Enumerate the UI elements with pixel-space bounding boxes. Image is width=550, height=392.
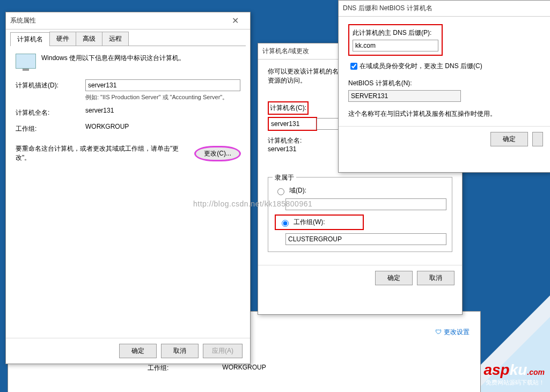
desc-label: 计算机描述(D): xyxy=(16,79,85,90)
aspku-logo-block: aspku.com 免费网站源码下载站！ xyxy=(483,361,545,387)
dns-suffix-dialog: DNS 后缀和 NetBIOS 计算机名 此计算机的主 DNS 后缀(P): 在… xyxy=(338,0,550,173)
change-settings-link[interactable]: 更改设置 xyxy=(444,328,470,336)
logo-k: ku xyxy=(510,361,527,378)
logo-sub: 免费网站源码下载站！ xyxy=(483,379,545,387)
fullname-label: 计算机全名: xyxy=(16,107,85,117)
netbios-label: NetBIOS 计算机名(N): xyxy=(348,79,541,88)
tab-hardware[interactable]: 硬件 xyxy=(49,32,76,46)
domain-label: 域(D): xyxy=(289,186,306,195)
tab-advanced[interactable]: 高级 xyxy=(76,32,102,46)
apply-button: 应用(A) xyxy=(203,344,243,358)
ok-button[interactable]: 确定 xyxy=(490,132,528,146)
watermark-text: http://blog.csdn.net/kk185800961 xyxy=(193,199,312,208)
netbios-input xyxy=(348,90,461,102)
workgroup-value: WORKGROUP xyxy=(85,123,240,130)
change-suffix-checkbox[interactable] xyxy=(350,63,357,70)
logo-a: asp xyxy=(483,361,509,378)
computer-description-input[interactable] xyxy=(85,79,240,91)
workgroup-radio-label: 工作组(W): xyxy=(294,218,325,227)
change-button[interactable]: 更改(C)... xyxy=(195,146,240,161)
rename-text: 要重命名这台计算机，或者更改其域或工作组，请单击"更改"。 xyxy=(16,144,189,162)
tab-strip: 计算机名 硬件 高级 远程 xyxy=(10,32,246,46)
logo-com: .com xyxy=(527,368,545,376)
tab-computer-name[interactable]: 计算机名 xyxy=(10,32,50,46)
window-title: 系统属性 xyxy=(10,16,36,25)
shield-icon: 🛡 xyxy=(435,328,442,336)
computer-icon xyxy=(16,54,36,69)
bg-workgroup-value: WORKGROUP xyxy=(222,364,266,373)
tab-remote[interactable]: 远程 xyxy=(102,32,129,46)
partial-button[interactable] xyxy=(532,132,543,146)
primary-suffix-label: 此计算机的主 DNS 后缀(P): xyxy=(353,28,438,38)
member-of-group: 隶属于 域(D): 工作组(W): xyxy=(268,177,452,252)
domain-radio[interactable] xyxy=(277,188,284,195)
system-properties-dialog: 系统属性 ✕ 计算机名 硬件 高级 远程 Windows 使用以下信息在网络中标… xyxy=(5,12,251,364)
workgroup-label: 工作组: xyxy=(16,123,85,134)
ok-button[interactable]: 确定 xyxy=(375,271,413,285)
workgroup-input[interactable] xyxy=(285,233,446,245)
member-of-label: 隶属于 xyxy=(273,173,296,182)
computer-name-input[interactable] xyxy=(269,118,316,130)
computer-name-label: 计算机名(C): xyxy=(270,104,306,112)
ok-button[interactable]: 确定 xyxy=(119,344,157,358)
fullname-value: server131 xyxy=(85,107,240,114)
close-icon[interactable]: ✕ xyxy=(224,16,246,26)
cancel-button[interactable]: 取消 xyxy=(161,344,199,358)
intro-text: Windows 使用以下信息在网络中标识这台计算机。 xyxy=(41,54,185,63)
titlebar: DNS 后缀和 NetBIOS 计算机名 xyxy=(339,1,550,17)
workgroup-radio[interactable] xyxy=(282,220,289,227)
window-title: 计算机名/域更改 xyxy=(262,47,309,56)
desc-hint: 例如: "IIS Production Server" 或 "Accountin… xyxy=(85,93,240,101)
bg-workgroup-label: 工作组: xyxy=(148,364,168,373)
cancel-button[interactable]: 取消 xyxy=(417,271,454,285)
change-suffix-label: 在域成员身份变化时，更改主 DNS 后缀(C) xyxy=(360,62,482,71)
window-title: DNS 后缀和 NetBIOS 计算机名 xyxy=(343,4,432,13)
titlebar: 系统属性 ✕ xyxy=(6,12,250,29)
netbios-note: 这个名称可在与旧式计算机及服务相互操作时使用。 xyxy=(348,109,541,119)
primary-suffix-input[interactable] xyxy=(353,40,438,51)
